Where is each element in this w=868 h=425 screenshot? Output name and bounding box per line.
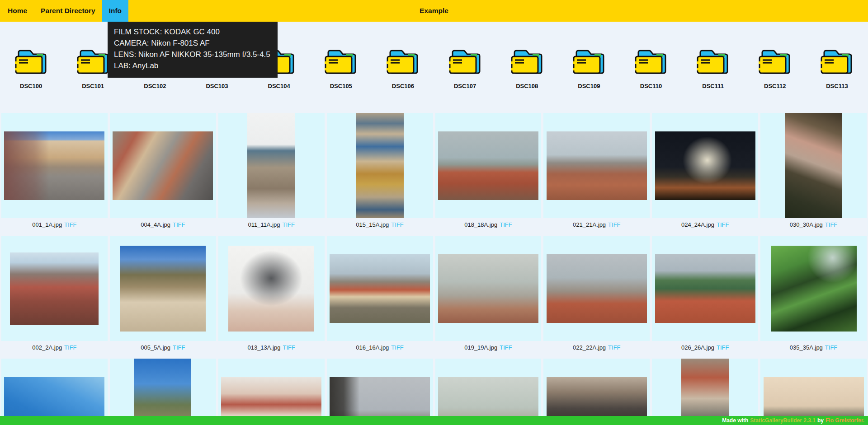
photo-thumbnail[interactable] [760,113,867,218]
photo-thumbnail[interactable] [1,359,108,425]
photo-thumbnail[interactable] [435,113,542,218]
folder-item[interactable]: DSC109 [558,47,620,89]
folder-label: DSC112 [764,83,786,89]
photo-thumbnail[interactable] [218,359,325,425]
photo-thumbnail[interactable] [543,359,650,425]
folder-item[interactable]: DSC106 [372,47,434,89]
photo-caption: 030_30A.jpgTIFF [760,221,867,229]
photo-caption: 035_35A.jpgTIFF [760,344,867,351]
folder-item[interactable]: DSC112 [744,47,806,89]
tiff-link[interactable]: TIFF [717,221,729,228]
tiff-link[interactable]: TIFF [283,221,295,228]
photo-cell [1,359,108,425]
photo-filename: 002_2A.jpg [32,344,62,351]
photo-thumbnail[interactable] [435,359,542,425]
page-title: Example [0,0,868,22]
tiff-link[interactable]: TIFF [173,344,185,351]
photo-caption: 024_24A.jpgTIFF [652,221,758,229]
photo-placeholder-hill-tower-blue-sky [134,359,191,425]
folder-label: DSC106 [392,83,414,89]
info-tooltip: FILM STOCK: KODAK GC 400 CAMERA: Nikon F… [108,22,278,78]
photo-caption: 021_21A.jpgTIFF [543,221,650,229]
footer-author-link[interactable]: Flo Greistorfer. [826,417,864,424]
nav-info[interactable]: Info [102,0,128,22]
folder-label: DSC113 [826,83,848,89]
nav-parent-directory[interactable]: Parent Directory [34,0,102,22]
photo-cell: 005_5A.jpgTIFF [110,236,216,351]
folder-label: DSC105 [330,83,352,89]
photo-cell: 013_13A.jpgTIFF [218,236,325,351]
folder-label: DSC109 [578,83,600,89]
photo-thumbnail[interactable] [652,359,758,425]
photo-thumbnail[interactable] [760,236,867,341]
nav-home[interactable]: Home [1,0,34,22]
photo-thumbnail[interactable] [652,236,758,341]
photo-caption: 015_15A.jpgTIFF [327,221,433,229]
photo-thumbnail[interactable] [110,113,216,218]
photo-cell: 016_16A.jpgTIFF [327,236,433,351]
folder-label: DSC102 [144,83,166,89]
photo-caption: 002_2A.jpgTIFF [1,344,108,351]
photo-cell: 019_19A.jpgTIFF [435,236,542,351]
tooltip-film-stock: FILM STOCK: KODAK GC 400 [114,27,270,38]
photo-placeholder-hill-clock-tower-street [120,246,206,332]
tiff-link[interactable]: TIFF [64,344,76,351]
photo-thumbnail[interactable] [218,113,325,218]
photo-thumbnail[interactable] [1,236,108,341]
folder-item[interactable]: DSC107 [434,47,496,89]
photo-placeholder-green-foliage [771,246,857,332]
photo-thumbnail[interactable] [110,236,216,341]
tiff-link[interactable]: TIFF [283,344,295,351]
photo-thumbnail[interactable] [327,236,433,341]
photo-placeholder-astronomical-clock [356,113,404,218]
photo-thumbnail[interactable] [435,236,542,341]
photo-caption: 005_5A.jpgTIFF [110,344,216,351]
photo-thumbnail[interactable] [110,359,216,425]
footer-builder-link[interactable]: StaticGalleryBuilder 2.3.1 [750,417,816,424]
folder-label: DSC111 [702,83,724,89]
tooltip-camera: CAMERA: Nikon F-801S AF [114,38,270,49]
tiff-link[interactable]: TIFF [717,344,729,351]
photo-placeholder-castle-across-river [330,254,430,323]
tiff-link[interactable]: TIFF [173,221,185,228]
tiff-link[interactable]: TIFF [825,221,837,228]
photo-thumbnail[interactable] [327,113,433,218]
photo-thumbnail[interactable] [760,359,867,425]
tiff-link[interactable]: TIFF [64,221,76,228]
photo-cell: 011_11A.jpgTIFF [218,113,325,229]
photo-thumbnail[interactable] [1,113,108,218]
photo-filename: 022_22A.jpg [573,344,606,351]
photo-thumbnail[interactable] [543,113,650,218]
photo-cell [760,359,867,425]
folder-item[interactable]: DSC111 [682,47,744,89]
photo-caption: 019_19A.jpgTIFF [435,344,542,351]
folder-item[interactable]: DSC110 [620,47,682,89]
photo-thumbnail[interactable] [652,113,758,218]
photo-thumbnail[interactable] [327,359,433,425]
tiff-link[interactable]: TIFF [608,344,620,351]
photo-filename: 005_5A.jpg [141,344,170,351]
tiff-link[interactable]: TIFF [608,221,620,228]
photo-caption: 001_1A.jpgTIFF [1,221,108,229]
photo-cell: 024_24A.jpgTIFF [652,113,758,229]
folder-item[interactable]: DSC113 [806,47,868,89]
photo-caption: 011_11A.jpgTIFF [218,221,325,229]
tiff-link[interactable]: TIFF [500,221,512,228]
photo-thumbnail[interactable] [543,236,650,341]
photo-thumbnail[interactable] [218,236,325,341]
photo-cell [652,359,758,425]
photo-filename: 013_13A.jpg [247,344,280,351]
photo-caption: 026_26A.jpgTIFF [652,344,758,351]
photo-filename: 004_4A.jpg [141,221,170,228]
folder-icon [324,47,358,75]
photo-placeholder-roofs-green-hill [655,254,755,323]
folder-item[interactable]: DSC108 [496,47,558,89]
folder-item[interactable]: DSC105 [310,47,372,89]
tiff-link[interactable]: TIFF [391,344,403,351]
folder-icon [572,47,606,75]
tiff-link[interactable]: TIFF [391,221,403,228]
photo-filename: 011_11A.jpg [248,221,280,228]
tiff-link[interactable]: TIFF [825,344,837,351]
tiff-link[interactable]: TIFF [500,344,512,351]
folder-item[interactable]: DSC100 [0,47,62,89]
